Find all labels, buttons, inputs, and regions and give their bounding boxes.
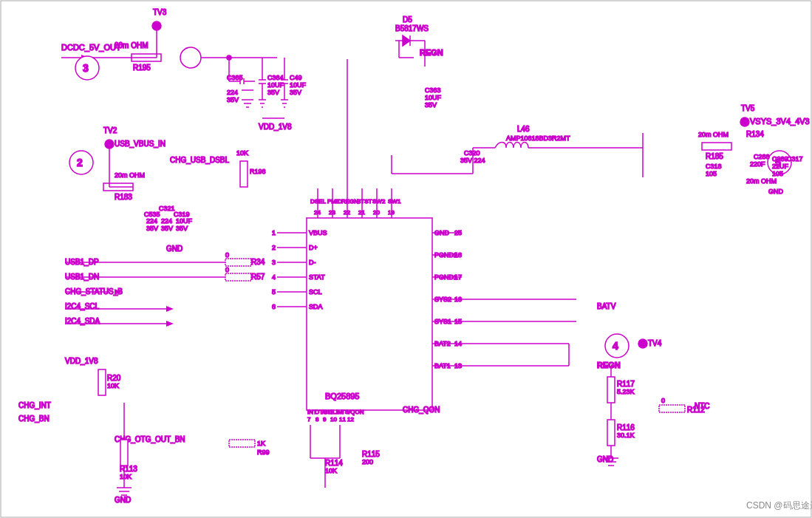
svg-text:2: 2 (77, 157, 83, 168)
svg-text:23: 23 (329, 209, 335, 216)
svg-text:R185: R185 (706, 152, 723, 160)
svg-rect-259 (120, 440, 128, 466)
svg-text:CHG_INT: CHG_INT (18, 401, 51, 409)
svg-text:4: 4 (272, 273, 276, 281)
svg-text:C321: C321 (159, 205, 175, 212)
svg-text:GND: GND (115, 496, 131, 504)
svg-text:TV2: TV2 (103, 126, 117, 134)
svg-text:C365: C365 (227, 74, 243, 81)
svg-text:13: 13 (454, 362, 462, 369)
svg-text:C49: C49 (290, 74, 302, 81)
svg-text:35V: 35V (425, 101, 437, 109)
svg-text:15: 15 (454, 318, 462, 325)
svg-text:35V: 35V (161, 225, 173, 232)
svg-text:TV4: TV4 (648, 339, 662, 347)
svg-rect-81 (307, 218, 432, 410)
svg-text:D+: D+ (309, 244, 318, 251)
svg-text:24: 24 (314, 209, 321, 216)
svg-text:25: 25 (454, 229, 462, 236)
svg-point-9 (180, 47, 201, 68)
svg-text:3: 3 (272, 259, 276, 266)
svg-rect-195 (229, 440, 255, 447)
svg-text:6: 6 (272, 303, 276, 310)
svg-text:CHG_BN: CHG_BN (18, 415, 50, 423)
svg-text:R57: R57 (251, 273, 265, 281)
svg-text:R20: R20 (107, 374, 121, 382)
svg-text:GND: GND (768, 188, 784, 195)
svg-text:C318: C318 (706, 163, 722, 170)
schematic-diagram: DCDC_5V_OUT TV3 20m OHM R195 (0, 0, 812, 518)
svg-text:SW1: SW1 (388, 198, 401, 205)
svg-text:C317: C317 (787, 155, 803, 163)
svg-text:SYS1: SYS1 (434, 318, 451, 325)
svg-text:R116: R116 (617, 423, 635, 432)
svg-text:21: 21 (358, 209, 365, 216)
svg-text:R34: R34 (251, 258, 265, 266)
svg-rect-158 (702, 143, 731, 150)
svg-text:35V: 35V (146, 225, 158, 232)
svg-text:224: 224 (146, 217, 157, 225)
svg-text:VBUS: VBUS (309, 229, 327, 236)
svg-text:BTST: BTST (357, 198, 372, 205)
svg-text:AMP10618BD3R2MT: AMP10618BD3R2MT (506, 134, 570, 142)
svg-text:TV5: TV5 (741, 104, 755, 112)
svg-text:C320: C320 (464, 149, 480, 157)
svg-text:105: 105 (706, 170, 717, 177)
svg-text:17: 17 (454, 273, 462, 281)
svg-text:SCL: SCL (309, 288, 322, 296)
svg-text:10K: 10K (107, 382, 119, 389)
svg-text:20m OHM: 20m OHM (115, 171, 145, 179)
svg-text:1: 1 (272, 229, 276, 236)
net-dcdc-5v: DCDC_5V_OUT (61, 43, 121, 52)
svg-rect-219 (607, 420, 615, 446)
svg-text:20: 20 (373, 209, 380, 216)
svg-text:R183: R183 (115, 193, 132, 201)
svg-text:C363: C363 (425, 86, 441, 94)
watermark-text: CSDN @码思途远 (746, 500, 812, 511)
svg-text:BATV: BATV (597, 302, 616, 310)
svg-text:D5: D5 (403, 16, 412, 24)
svg-text:BAT2: BAT2 (434, 340, 451, 347)
svg-text:4: 4 (613, 340, 618, 352)
svg-text:200: 200 (362, 458, 373, 466)
svg-text:VDD_1V8: VDD_1V8 (65, 357, 98, 365)
svg-text:VSYS_3V4_4V3: VSYS_3V4_4V3 (750, 117, 810, 126)
svg-point-1 (152, 21, 161, 30)
svg-text:11: 11 (339, 416, 346, 423)
svg-text:NTC: NTC (695, 402, 710, 410)
svg-text:2: 2 (272, 244, 276, 251)
svg-text:SDA: SDA (309, 303, 323, 310)
svg-text:3: 3 (83, 62, 89, 74)
svg-text:20m OHM: 20m OHM (115, 41, 149, 50)
svg-text:35V: 35V (290, 89, 301, 96)
svg-text:224: 224 (161, 217, 172, 225)
svg-text:R196: R196 (250, 168, 266, 175)
svg-text:1K: 1K (257, 440, 265, 447)
svg-text:224: 224 (227, 89, 238, 96)
svg-text:10UF: 10UF (267, 81, 284, 89)
svg-text:REGN: REGN (597, 361, 621, 369)
svg-text:GND: GND (434, 229, 450, 236)
svg-rect-182 (225, 273, 251, 281)
svg-text:SW2: SW2 (372, 198, 386, 205)
svg-rect-215 (659, 405, 685, 412)
svg-rect-189 (98, 369, 106, 395)
svg-text:8: 8 (315, 416, 319, 423)
svg-text:5.23K: 5.23K (617, 388, 635, 395)
svg-text:10UF: 10UF (290, 81, 307, 89)
svg-text:12: 12 (347, 416, 354, 423)
svg-text:20m OHM: 20m OHM (746, 177, 777, 185)
svg-text:35V: 35V (176, 225, 188, 232)
svg-text:5: 5 (272, 288, 276, 296)
svg-text:REGN: REGN (420, 48, 443, 57)
svg-text:R115: R115 (362, 450, 380, 458)
svg-text:18: 18 (454, 251, 462, 259)
svg-text:SYS2: SYS2 (434, 296, 451, 303)
svg-point-152 (740, 117, 749, 126)
svg-text:R195: R195 (133, 64, 151, 72)
svg-text:30.1K: 30.1K (617, 432, 635, 439)
svg-text:BAT1: BAT1 (434, 362, 451, 369)
svg-text:DSEL: DSEL (310, 198, 326, 205)
svg-text:R117: R117 (617, 380, 635, 388)
svg-text:R99: R99 (257, 449, 270, 456)
